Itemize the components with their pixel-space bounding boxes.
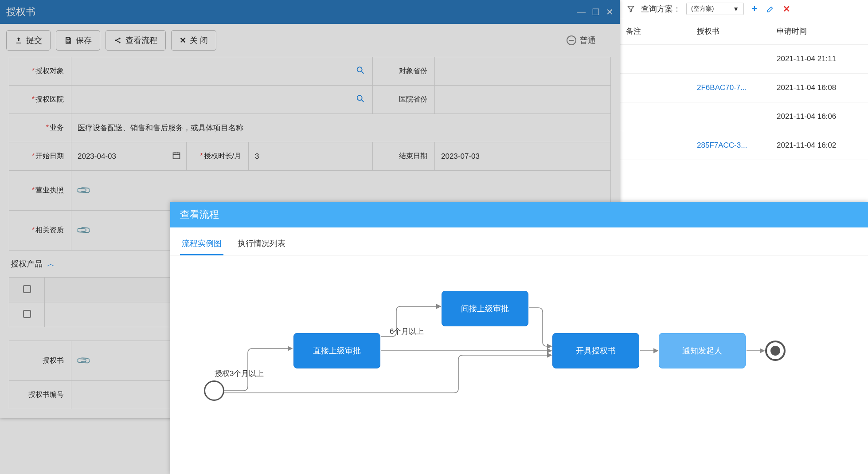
tab-exec-list[interactable]: 执行情况列表 (236, 235, 287, 255)
authdoc-label: 授权书 (43, 356, 64, 364)
close-icon[interactable]: ✕ (606, 7, 614, 17)
duration-label: 授权时长/月 (204, 152, 241, 160)
query-scheme-label: 查询方案： (641, 4, 681, 14)
authno-label: 授权书编号 (28, 391, 64, 398)
target-province-field[interactable] (435, 57, 611, 86)
qualification-label: 相关资质 (35, 226, 64, 234)
maximize-icon[interactable]: ☐ (592, 7, 600, 17)
chevron-up-icon: ︿ (47, 259, 55, 269)
flow-node-notify-initiator[interactable]: 通知发起人 (659, 333, 746, 368)
svg-rect-5 (173, 153, 180, 158)
add-scheme-button[interactable]: + (749, 4, 760, 14)
flow-node-issue-auth[interactable]: 开具授权书 (552, 333, 639, 368)
select-all-checkbox[interactable] (23, 285, 31, 293)
window-title: 授权书 (6, 5, 35, 19)
flow-dialog-title: 查看流程 (170, 202, 868, 227)
hospital-province-label: 医院省份 (399, 95, 427, 103)
svg-point-3 (357, 67, 362, 72)
auth-target-label: 授权对象 (35, 67, 64, 74)
start-date-label: 开始日期 (35, 152, 64, 160)
chevron-down-icon: ▼ (733, 5, 739, 12)
auth-target-field[interactable] (71, 57, 373, 86)
search-icon[interactable] (356, 65, 365, 77)
minimize-icon[interactable]: — (577, 7, 586, 17)
svg-point-4 (357, 95, 362, 100)
table-row[interactable]: 2F6BAC70-7...2021-11-04 16:08 (620, 74, 868, 102)
table-row[interactable]: 2021-11-04 16:06 (620, 102, 868, 131)
flow-cond-label: 6个月以上 (390, 326, 424, 337)
attachment-icon[interactable]: 📎 (75, 353, 92, 369)
search-icon[interactable] (356, 94, 365, 106)
attachment-icon[interactable]: 📎 (75, 222, 92, 239)
start-date-field[interactable]: 2023-04-03 (71, 142, 187, 171)
flow-node-direct-supervisor[interactable]: 直接上级审批 (293, 333, 380, 368)
tab-flow-diagram[interactable]: 流程实例图 (180, 235, 223, 255)
business-field[interactable]: 医疗设备配送、销售和售后服务，或具体项目名称 (71, 114, 611, 142)
query-scheme-value: (空方案) (691, 5, 714, 13)
status-tag: 普通 (567, 35, 596, 46)
end-date-label: 结束日期 (399, 152, 427, 160)
status-icon (567, 35, 576, 45)
save-icon (64, 36, 72, 44)
save-button[interactable]: 保存 (56, 30, 100, 51)
authdoc-link[interactable]: 285F7ACC-3... (697, 141, 777, 150)
business-label: 业务 (50, 124, 64, 131)
auth-hospital-field[interactable] (71, 86, 373, 114)
upload-icon (15, 36, 23, 44)
row-checkbox[interactable] (23, 310, 31, 318)
auth-hospital-label: 授权医院 (35, 95, 64, 103)
flow-canvas: 授权3个月以上 6个月以上 直接上级审批 间接上级审批 开具授权书 通知发起人 (170, 255, 868, 442)
authdoc-link[interactable]: 2F6BAC70-7... (697, 83, 777, 92)
hospital-province-field[interactable] (435, 86, 611, 114)
share-icon (114, 36, 122, 44)
duration-field[interactable]: 3 (249, 142, 373, 171)
target-province-label: 对象省份 (399, 67, 427, 74)
table-row[interactable]: 285F7ACC-3...2021-11-04 16:02 (620, 131, 868, 160)
query-scheme-select[interactable]: (空方案) ▼ (686, 3, 744, 15)
submit-button[interactable]: 提交 (6, 30, 51, 51)
window-titlebar: 授权书 — ☐ ✕ (0, 0, 620, 24)
flow-start-label: 授权3个月以上 (215, 368, 264, 379)
col-authdoc: 授权书 (697, 26, 777, 36)
end-date-field: 2023-07-03 (435, 142, 611, 171)
col-applytime: 申请时间 (777, 26, 862, 36)
filter-icon[interactable] (626, 4, 636, 14)
view-flow-button[interactable]: 查看流程 (106, 30, 166, 51)
delete-scheme-button[interactable]: ✕ (781, 4, 792, 14)
flow-end-node (765, 341, 786, 361)
close-button[interactable]: ✕ 关 闭 (171, 30, 216, 51)
table-row[interactable]: 2021-11-04 21:11 (620, 45, 868, 74)
flow-node-indirect-supervisor[interactable]: 间接上级审批 (442, 291, 528, 326)
edit-scheme-button[interactable] (765, 4, 776, 14)
flow-dialog: 查看流程 流程实例图 执行情况列表 授权3个月以上 6个月以上 直接上级审批 间… (170, 202, 868, 474)
x-icon: ✕ (180, 35, 186, 45)
calendar-icon[interactable] (172, 151, 181, 162)
col-remark: 备注 (626, 26, 697, 36)
toolbar: 提交 保存 查看流程 ✕ 关 闭 普通 (0, 24, 620, 57)
flow-start-node (204, 380, 224, 401)
attachment-icon[interactable]: 📎 (75, 182, 92, 199)
license-label: 营业执照 (35, 186, 64, 194)
